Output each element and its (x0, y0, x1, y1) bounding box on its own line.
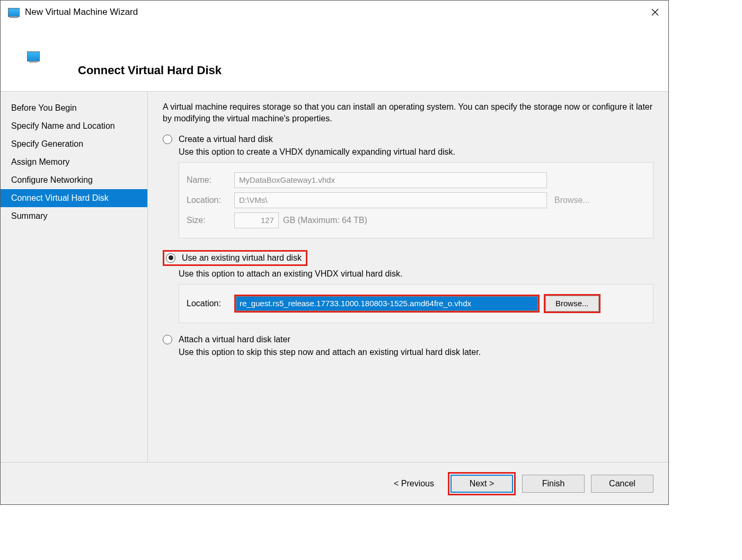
existing-panel: Location: Browse... (179, 284, 653, 323)
existing-browse-button[interactable]: Browse... (545, 296, 599, 312)
step-specify-name-location[interactable]: Specify Name and Location (1, 117, 147, 135)
title-bar: New Virtual Machine Wizard (1, 1, 668, 24)
radio-later[interactable] (163, 335, 172, 344)
previous-button[interactable]: < Previous (386, 479, 441, 488)
step-assign-memory[interactable]: Assign Memory (1, 153, 147, 171)
option-later-label: Attach a virtual hard disk later (179, 335, 290, 344)
option-create-label: Create a virtual hard disk (179, 135, 273, 144)
radio-existing[interactable] (166, 253, 175, 263)
step-before-you-begin[interactable]: Before You Begin (1, 99, 147, 117)
option-later-desc: Use this option to skip this step now an… (179, 348, 653, 357)
content-area: Before You Begin Specify Name and Locati… (1, 92, 668, 462)
option-existing-desc: Use this option to attach an existing VH… (179, 269, 653, 279)
main-panel: A virtual machine requires storage so th… (148, 92, 668, 462)
existing-location-input[interactable] (236, 296, 538, 311)
button-bar: < Previous Next > Finish Cancel (1, 462, 668, 504)
page-title: Connect Virtual Hard Disk (78, 64, 222, 77)
create-name-input (234, 172, 547, 188)
finish-button[interactable]: Finish (522, 475, 585, 493)
option-existing-label: Use an existing virtual hard disk (182, 253, 302, 263)
monitor-icon (27, 51, 40, 61)
step-summary[interactable]: Summary (1, 207, 147, 225)
page-header: Connect Virtual Hard Disk (1, 24, 668, 92)
intro-text: A virtual machine requires storage so th… (163, 101, 653, 125)
next-button[interactable]: Next > (450, 475, 513, 493)
close-icon (651, 8, 659, 16)
existing-location-label: Location: (187, 299, 234, 308)
create-size-input (234, 212, 279, 228)
create-name-label: Name: (187, 175, 234, 185)
app-icon (8, 8, 20, 17)
step-configure-networking[interactable]: Configure Networking (1, 171, 147, 189)
create-panel: Name: Location: Browse... Size: GB (Maxi… (179, 162, 653, 238)
highlight-location-input (234, 295, 540, 313)
window-title: New Virtual Machine Wizard (25, 7, 138, 17)
option-later-row: Attach a virtual hard disk later (163, 335, 653, 344)
cancel-button[interactable]: Cancel (591, 475, 653, 493)
step-specify-generation[interactable]: Specify Generation (1, 135, 147, 153)
highlight-browse-button: Browse... (544, 294, 600, 313)
radio-create[interactable] (163, 135, 172, 144)
create-browse-button: Browse... (554, 195, 590, 205)
option-create-desc: Use this option to create a VHDX dynamic… (179, 147, 653, 157)
step-connect-virtual-hard-disk[interactable]: Connect Virtual Hard Disk (1, 189, 147, 207)
wizard-steps-sidebar: Before You Begin Specify Name and Locati… (1, 92, 148, 462)
highlight-next-button: Next > (448, 472, 516, 495)
highlight-option-existing: Use an existing virtual hard disk (163, 250, 307, 266)
create-size-unit: GB (Maximum: 64 TB) (283, 216, 367, 225)
create-location-input (234, 192, 547, 208)
create-location-label: Location: (187, 195, 234, 205)
option-create-row: Create a virtual hard disk (163, 135, 653, 144)
close-button[interactable] (642, 1, 668, 24)
create-size-label: Size: (187, 216, 234, 225)
